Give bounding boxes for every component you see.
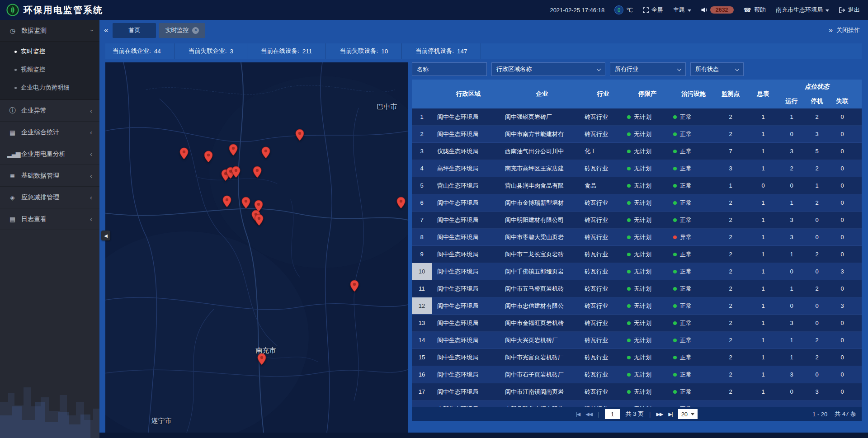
table-row[interactable]: 13阆中生态环境局阆中市金福旺页岩机砖砖瓦行业无计划正常21300 bbox=[412, 315, 862, 332]
chevron-left-icon: ‹ bbox=[90, 107, 92, 114]
sidebar-group-5[interactable]: ≣基础数据管理‹ bbox=[0, 165, 99, 187]
table-row[interactable]: 3仪陇生态环境局西南油气田分公司川中化工无计划正常71350 bbox=[412, 143, 862, 160]
cell-limit-status: 无计划 bbox=[622, 349, 668, 366]
table-row[interactable]: 4高坪生态环境局南充市高坪区王家店建砖瓦行业无计划正常31220 bbox=[412, 160, 862, 177]
sidebar-group-1[interactable]: ◷数据监测‹ bbox=[0, 20, 99, 42]
collapse-map-button[interactable]: ◀ bbox=[101, 231, 110, 240]
map-pin[interactable] bbox=[179, 147, 189, 160]
cell-monitor-count: 2 bbox=[714, 400, 747, 407]
map-pin[interactable] bbox=[350, 280, 359, 292]
table-row[interactable]: 7阆中生态环境局阆中明阳建材有限公司砖瓦行业无计划正常21300 bbox=[412, 212, 862, 229]
chevron-down-icon bbox=[691, 413, 694, 415]
map-pin[interactable] bbox=[231, 166, 241, 178]
map-pin[interactable] bbox=[261, 146, 270, 159]
table-row[interactable]: 6阆中生态环境局阆中市金博瑞新型墙材砖瓦行业无计划正常21120 bbox=[412, 194, 862, 212]
cell-index: 6 bbox=[412, 194, 432, 211]
table-row[interactable]: 1阆中生态环境局阆中强锐页岩砖厂砖瓦行业无计划正常21120 bbox=[412, 108, 862, 126]
status-dot-icon bbox=[627, 287, 631, 291]
status-dot-icon bbox=[627, 167, 631, 170]
map-pin[interactable] bbox=[257, 353, 266, 365]
tab-bar: « 首页实时监控× » 关闭操作 bbox=[99, 20, 868, 41]
last-page-button[interactable]: ▶| bbox=[668, 411, 672, 417]
org-dropdown[interactable]: 南充市生态环境局 bbox=[776, 6, 829, 14]
sidebar-group-6[interactable]: ◈应急减排管理‹ bbox=[0, 187, 99, 208]
cell-run-count: 0 bbox=[779, 297, 804, 314]
cell-facility-status: 正常 bbox=[668, 108, 714, 125]
name-filter-input[interactable] bbox=[412, 62, 487, 76]
theme-dropdown[interactable]: 主题 bbox=[673, 6, 691, 14]
map-pin[interactable] bbox=[241, 197, 250, 209]
cell-filler bbox=[855, 349, 862, 366]
sidebar-item-1-3[interactable]: 企业电力负荷明细 bbox=[0, 79, 99, 97]
cell-run-count: 1 bbox=[779, 280, 804, 297]
page-number-input[interactable] bbox=[605, 409, 620, 419]
fullscreen-label: 全屏 bbox=[651, 6, 663, 14]
table-row[interactable]: 15阆中生态环境局阆中市光富页岩机砖厂砖瓦行业无计划正常21120 bbox=[412, 349, 862, 366]
table-row[interactable]: 10阆中生态环境局阆中千佛镇五郎垭页岩砖瓦行业无计划正常21003 bbox=[412, 263, 862, 280]
table-row[interactable]: 18南部生态环境局南部县瑞华水泥有限公建材行业无计划正常21030 bbox=[412, 400, 862, 407]
map-pin[interactable] bbox=[222, 195, 231, 207]
header-facility-status: 治污设施 bbox=[668, 80, 714, 108]
map-pin[interactable] bbox=[255, 214, 264, 226]
sidebar-item-1-2[interactable]: 视频监控 bbox=[0, 61, 99, 79]
status-filter-select[interactable]: 所有状态 bbox=[690, 62, 744, 76]
close-icon[interactable]: × bbox=[192, 27, 199, 34]
map-pin[interactable] bbox=[253, 166, 262, 178]
table-row[interactable]: 14阆中生态环境局阆中大兴页岩机砖厂砖瓦行业无计划正常21120 bbox=[412, 332, 862, 349]
sidebar-item-1-1[interactable]: 实时监控 bbox=[0, 42, 99, 61]
map-pin[interactable] bbox=[204, 151, 213, 163]
cell-region: 阆中生态环境局 bbox=[432, 263, 500, 280]
stat-item: 当前失联企业:3 bbox=[175, 43, 247, 59]
cell-limit-status: 无计划 bbox=[622, 126, 668, 142]
map-pin[interactable] bbox=[396, 197, 406, 209]
cell-run-count: 0 bbox=[779, 400, 804, 407]
table-row[interactable]: 17阆中生态环境局阆中市江南镇阆南页岩砖瓦行业无计划正常21030 bbox=[412, 383, 862, 400]
industry-filter-select[interactable]: 所有行业 bbox=[610, 62, 686, 76]
table-row[interactable]: 16阆中生态环境局阆中市石子页岩机砖厂砖瓦行业无计划正常21300 bbox=[412, 366, 862, 383]
cell-region: 阆中生态环境局 bbox=[432, 332, 500, 349]
cell-limit-status: 无计划 bbox=[622, 400, 668, 407]
map-panel[interactable]: 巴中市南充市遂宁市 bbox=[105, 62, 408, 433]
table-row[interactable]: 9阆中生态环境局阆中市二龙长宝页岩砖砖瓦行业无计划正常21120 bbox=[412, 246, 862, 263]
first-page-button[interactable]: |◀ bbox=[576, 411, 580, 417]
page-size-select[interactable]: 20 bbox=[678, 409, 698, 419]
cell-facility-status: 正常 bbox=[668, 297, 714, 314]
cell-run-count: 1 bbox=[779, 108, 804, 125]
table-row[interactable]: 12阆中生态环境局阆中市忠信建材有限公砖瓦行业无计划正常21003 bbox=[412, 297, 862, 315]
cell-total-count: 1 bbox=[747, 349, 779, 366]
close-operations-button[interactable]: » 关闭操作 bbox=[829, 26, 860, 34]
sidebar-group-2[interactable]: ⓘ企业异常‹ bbox=[0, 100, 99, 122]
table-header: 行政区域 企业 行业 停限产 治污设施 监测点 总表 点位状态 运行 bbox=[412, 80, 862, 108]
chevron-left-icon: ‹ bbox=[90, 128, 92, 136]
cell-run-count: 2 bbox=[779, 160, 804, 177]
cell-stop-count: 5 bbox=[804, 143, 830, 160]
cell-total-count: 1 bbox=[747, 263, 779, 280]
cell-stop-count: 0 bbox=[804, 229, 830, 245]
logout-button[interactable]: 退出 bbox=[839, 6, 860, 14]
map-pin[interactable] bbox=[229, 144, 238, 156]
sidebar-group-3[interactable]: ▦企业综合统计‹ bbox=[0, 122, 99, 143]
industry-filter-value: 所有行业 bbox=[615, 65, 638, 73]
prev-page-button[interactable]: ◀◀ bbox=[585, 411, 592, 417]
status-dot-icon bbox=[673, 235, 677, 239]
alert-widget[interactable]: 2632 bbox=[701, 6, 734, 14]
tab-2[interactable]: 实时监控× bbox=[159, 23, 205, 38]
region-filter-select[interactable]: 行政区域名称 bbox=[491, 62, 605, 76]
table-row[interactable]: 8阆中生态环境局阆中市枣碧大梁山页岩砖瓦行业无计划异常21300 bbox=[412, 229, 862, 246]
cell-monitor-count: 3 bbox=[714, 160, 747, 177]
table-row[interactable]: 5营山生态环境局营山县润丰肉食品有限食品无计划正常10010 bbox=[412, 177, 862, 194]
tab-1[interactable]: 首页 bbox=[113, 23, 156, 38]
status-dot-icon bbox=[673, 132, 677, 136]
cell-monitor-count: 2 bbox=[714, 332, 747, 349]
cell-index: 4 bbox=[412, 160, 432, 177]
fullscreen-button[interactable]: 全屏 bbox=[643, 6, 663, 14]
map-pin[interactable] bbox=[295, 129, 304, 141]
sidebar-group-4[interactable]: ▂▄▆企业用电量分析‹ bbox=[0, 143, 99, 165]
table-row[interactable]: 2阆中生态环境局阆中市南方节能建材有砖瓦行业无计划正常21030 bbox=[412, 126, 862, 143]
tabs-scroll-left-icon[interactable]: « bbox=[104, 26, 108, 35]
help-button[interactable]: ☎ 帮助 bbox=[744, 6, 766, 14]
sidebar-group-7[interactable]: ▤日志查看‹ bbox=[0, 208, 99, 230]
next-page-button[interactable]: ▶▶ bbox=[656, 411, 663, 417]
table-row[interactable]: 11阆中生态环境局阆中市五马桥页岩机砖砖瓦行业无计划正常21120 bbox=[412, 280, 862, 297]
tab-label: 首页 bbox=[128, 26, 140, 34]
